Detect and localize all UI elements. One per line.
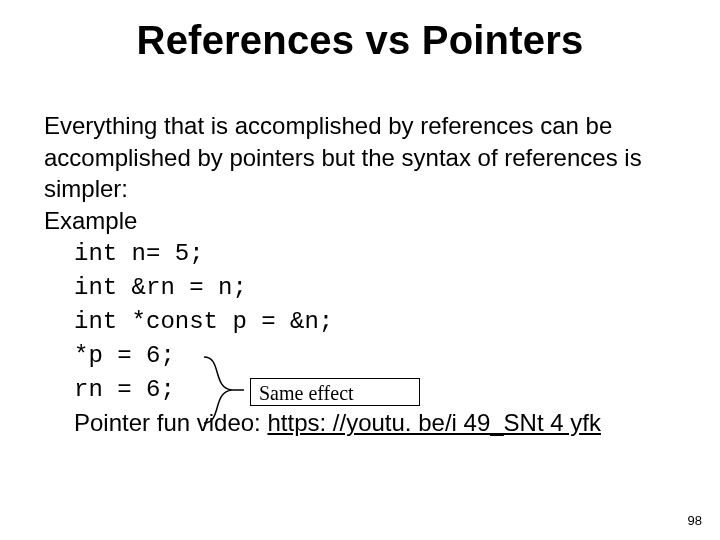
code-line-4: *p = 6; bbox=[44, 339, 684, 373]
page-number: 98 bbox=[688, 513, 702, 528]
video-line: Pointer fun video: https: //youtu. be/i … bbox=[44, 407, 684, 439]
code-line-1: int n= 5; bbox=[44, 237, 684, 271]
right-brace-icon bbox=[200, 355, 244, 425]
callout-box: Same effect bbox=[250, 378, 420, 406]
code-line-2: int &rn = n; bbox=[44, 271, 684, 305]
example-label: Example bbox=[44, 205, 684, 237]
slide-title: References vs Pointers bbox=[0, 0, 720, 63]
video-link[interactable]: https: //youtu. be/i 49_SNt 4 yfk bbox=[267, 409, 601, 436]
code-line-3: int *const p = &n; bbox=[44, 305, 684, 339]
intro-text: Everything that is accomplished by refer… bbox=[44, 110, 684, 205]
slide: References vs Pointers Everything that i… bbox=[0, 0, 720, 540]
